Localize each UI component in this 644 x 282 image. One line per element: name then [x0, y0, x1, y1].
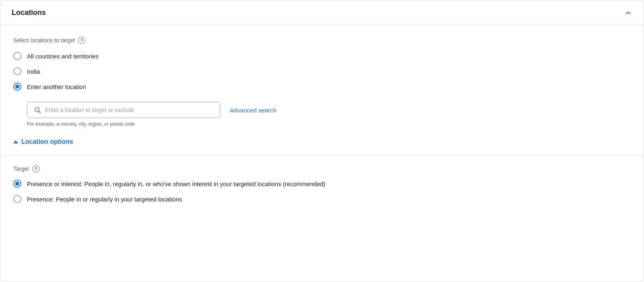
advanced-search-link[interactable]: Advanced search [230, 107, 277, 114]
panel-body: Select locations to target ? All countri… [0, 25, 644, 226]
radio-label-enter-another: Enter another location [27, 83, 86, 90]
panel-title: Locations [12, 8, 46, 17]
locations-panel: Locations Select locations to target ? A… [0, 0, 644, 282]
select-locations-label: Select locations to target ? [13, 37, 631, 44]
radio-enter-another[interactable]: Enter another location [13, 83, 631, 91]
target-radio-group: Presence or interest: People in, regular… [13, 180, 631, 203]
radio-circle-india [13, 67, 21, 75]
collapse-icon[interactable] [624, 9, 632, 17]
svg-line-1 [39, 111, 40, 113]
target-label: Target ? [13, 165, 631, 172]
search-box [27, 102, 220, 118]
location-options-label: Location options [21, 138, 73, 145]
panel-header: Locations [0, 0, 644, 25]
search-section: Advanced search For example, a country, … [27, 102, 631, 127]
radio-presence[interactable]: Presence: People in or regularly in your… [13, 195, 631, 203]
radio-label-all-countries: All countries and territories [27, 53, 99, 60]
select-locations-help-icon[interactable]: ? [78, 37, 85, 44]
radio-all-countries[interactable]: All countries and territories [13, 52, 631, 60]
radio-circle-presence-or-interest [13, 180, 21, 188]
radio-circle-all-countries [13, 52, 21, 60]
location-radio-group: All countries and territories India Ente… [13, 52, 631, 91]
divider [0, 155, 644, 156]
location-options-chevron-icon [13, 140, 18, 143]
radio-label-presence: Presence: People in or regularly in your… [27, 196, 182, 203]
radio-circle-enter-another [13, 83, 21, 91]
target-section: Target ? Presence or interest: People in… [13, 165, 631, 203]
radio-label-presence-or-interest: Presence or interest: People in, regular… [27, 180, 326, 187]
radio-india[interactable]: India [13, 67, 631, 75]
location-search-input[interactable] [45, 107, 213, 113]
target-help-icon[interactable]: ? [32, 165, 39, 172]
location-options-toggle[interactable]: Location options [13, 138, 631, 145]
location-options-section: Location options [13, 138, 631, 145]
radio-label-india: India [27, 68, 40, 75]
search-row: Advanced search [27, 102, 631, 118]
search-icon [34, 106, 41, 114]
radio-circle-presence [13, 195, 21, 203]
search-hint: For example, a country, city, region, or… [27, 121, 631, 127]
radio-presence-or-interest[interactable]: Presence or interest: People in, regular… [13, 180, 631, 188]
